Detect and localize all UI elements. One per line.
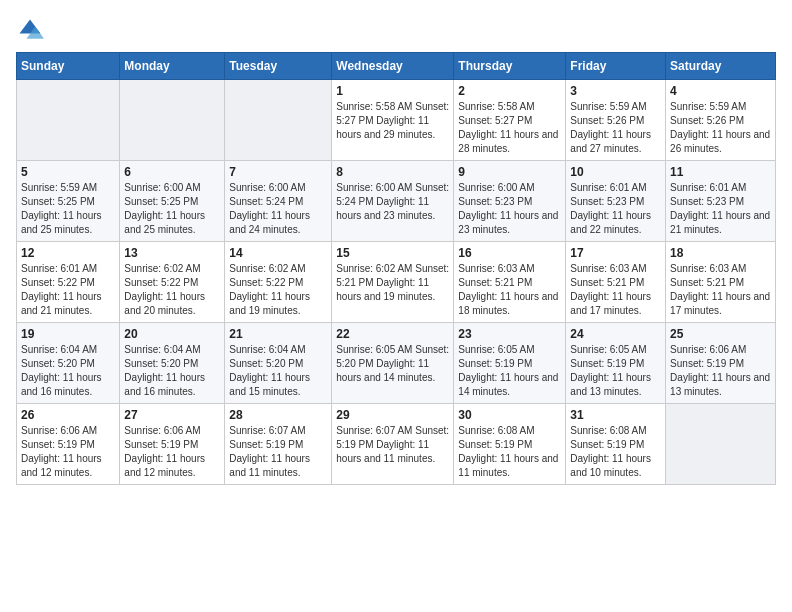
calendar-cell: 18Sunrise: 6:03 AM Sunset: 5:21 PM Dayli…: [666, 242, 776, 323]
day-number: 15: [336, 246, 449, 260]
calendar-table: SundayMondayTuesdayWednesdayThursdayFrid…: [16, 52, 776, 485]
day-info: Sunrise: 5:59 AM Sunset: 5:26 PM Dayligh…: [570, 100, 661, 156]
day-info: Sunrise: 6:08 AM Sunset: 5:19 PM Dayligh…: [458, 424, 561, 480]
weekday-header-thursday: Thursday: [454, 53, 566, 80]
day-info: Sunrise: 6:01 AM Sunset: 5:23 PM Dayligh…: [670, 181, 771, 237]
day-info: Sunrise: 6:00 AM Sunset: 5:25 PM Dayligh…: [124, 181, 220, 237]
day-number: 7: [229, 165, 327, 179]
calendar-cell: 19Sunrise: 6:04 AM Sunset: 5:20 PM Dayli…: [17, 323, 120, 404]
calendar-cell: 9Sunrise: 6:00 AM Sunset: 5:23 PM Daylig…: [454, 161, 566, 242]
weekday-header-tuesday: Tuesday: [225, 53, 332, 80]
day-number: 3: [570, 84, 661, 98]
day-info: Sunrise: 6:01 AM Sunset: 5:22 PM Dayligh…: [21, 262, 115, 318]
calendar-cell: 30Sunrise: 6:08 AM Sunset: 5:19 PM Dayli…: [454, 404, 566, 485]
day-number: 10: [570, 165, 661, 179]
day-number: 17: [570, 246, 661, 260]
day-number: 26: [21, 408, 115, 422]
day-info: Sunrise: 6:06 AM Sunset: 5:19 PM Dayligh…: [21, 424, 115, 480]
calendar-cell: 28Sunrise: 6:07 AM Sunset: 5:19 PM Dayli…: [225, 404, 332, 485]
day-info: Sunrise: 6:00 AM Sunset: 5:23 PM Dayligh…: [458, 181, 561, 237]
day-info: Sunrise: 6:06 AM Sunset: 5:19 PM Dayligh…: [670, 343, 771, 399]
day-info: Sunrise: 6:00 AM Sunset: 5:24 PM Dayligh…: [229, 181, 327, 237]
day-info: Sunrise: 6:05 AM Sunset: 5:20 PM Dayligh…: [336, 343, 449, 385]
weekday-header-friday: Friday: [566, 53, 666, 80]
calendar-cell: 5Sunrise: 5:59 AM Sunset: 5:25 PM Daylig…: [17, 161, 120, 242]
day-number: 24: [570, 327, 661, 341]
day-number: 19: [21, 327, 115, 341]
day-info: Sunrise: 5:58 AM Sunset: 5:27 PM Dayligh…: [336, 100, 449, 142]
logo-icon: [16, 16, 44, 44]
day-number: 6: [124, 165, 220, 179]
page-header: [16, 16, 776, 44]
day-number: 18: [670, 246, 771, 260]
day-number: 13: [124, 246, 220, 260]
day-number: 27: [124, 408, 220, 422]
calendar-cell: 12Sunrise: 6:01 AM Sunset: 5:22 PM Dayli…: [17, 242, 120, 323]
calendar-cell: [666, 404, 776, 485]
weekday-header-wednesday: Wednesday: [332, 53, 454, 80]
calendar-cell: 23Sunrise: 6:05 AM Sunset: 5:19 PM Dayli…: [454, 323, 566, 404]
day-number: 21: [229, 327, 327, 341]
day-number: 20: [124, 327, 220, 341]
calendar-cell: 6Sunrise: 6:00 AM Sunset: 5:25 PM Daylig…: [120, 161, 225, 242]
day-info: Sunrise: 5:59 AM Sunset: 5:25 PM Dayligh…: [21, 181, 115, 237]
day-number: 22: [336, 327, 449, 341]
day-info: Sunrise: 6:03 AM Sunset: 5:21 PM Dayligh…: [670, 262, 771, 318]
weekday-header-saturday: Saturday: [666, 53, 776, 80]
calendar-cell: 22Sunrise: 6:05 AM Sunset: 5:20 PM Dayli…: [332, 323, 454, 404]
day-number: 5: [21, 165, 115, 179]
day-info: Sunrise: 6:04 AM Sunset: 5:20 PM Dayligh…: [21, 343, 115, 399]
calendar-cell: 2Sunrise: 5:58 AM Sunset: 5:27 PM Daylig…: [454, 80, 566, 161]
day-info: Sunrise: 6:02 AM Sunset: 5:22 PM Dayligh…: [229, 262, 327, 318]
day-info: Sunrise: 6:06 AM Sunset: 5:19 PM Dayligh…: [124, 424, 220, 480]
day-info: Sunrise: 6:02 AM Sunset: 5:22 PM Dayligh…: [124, 262, 220, 318]
day-info: Sunrise: 6:01 AM Sunset: 5:23 PM Dayligh…: [570, 181, 661, 237]
day-number: 11: [670, 165, 771, 179]
day-info: Sunrise: 5:58 AM Sunset: 5:27 PM Dayligh…: [458, 100, 561, 156]
day-info: Sunrise: 6:05 AM Sunset: 5:19 PM Dayligh…: [458, 343, 561, 399]
calendar-cell: 4Sunrise: 5:59 AM Sunset: 5:26 PM Daylig…: [666, 80, 776, 161]
calendar-cell: 31Sunrise: 6:08 AM Sunset: 5:19 PM Dayli…: [566, 404, 666, 485]
calendar-cell: 16Sunrise: 6:03 AM Sunset: 5:21 PM Dayli…: [454, 242, 566, 323]
day-info: Sunrise: 6:04 AM Sunset: 5:20 PM Dayligh…: [124, 343, 220, 399]
day-number: 28: [229, 408, 327, 422]
day-info: Sunrise: 6:02 AM Sunset: 5:21 PM Dayligh…: [336, 262, 449, 304]
day-info: Sunrise: 6:05 AM Sunset: 5:19 PM Dayligh…: [570, 343, 661, 399]
logo: [16, 16, 48, 44]
day-number: 2: [458, 84, 561, 98]
calendar-week-row: 1Sunrise: 5:58 AM Sunset: 5:27 PM Daylig…: [17, 80, 776, 161]
calendar-cell: 13Sunrise: 6:02 AM Sunset: 5:22 PM Dayli…: [120, 242, 225, 323]
weekday-header-row: SundayMondayTuesdayWednesdayThursdayFrid…: [17, 53, 776, 80]
day-number: 4: [670, 84, 771, 98]
calendar-cell: 27Sunrise: 6:06 AM Sunset: 5:19 PM Dayli…: [120, 404, 225, 485]
calendar-cell: 17Sunrise: 6:03 AM Sunset: 5:21 PM Dayli…: [566, 242, 666, 323]
weekday-header-monday: Monday: [120, 53, 225, 80]
calendar-cell: 25Sunrise: 6:06 AM Sunset: 5:19 PM Dayli…: [666, 323, 776, 404]
day-info: Sunrise: 6:03 AM Sunset: 5:21 PM Dayligh…: [458, 262, 561, 318]
calendar-week-row: 26Sunrise: 6:06 AM Sunset: 5:19 PM Dayli…: [17, 404, 776, 485]
day-info: Sunrise: 6:00 AM Sunset: 5:24 PM Dayligh…: [336, 181, 449, 223]
calendar-cell: 14Sunrise: 6:02 AM Sunset: 5:22 PM Dayli…: [225, 242, 332, 323]
day-number: 25: [670, 327, 771, 341]
calendar-cell: 20Sunrise: 6:04 AM Sunset: 5:20 PM Dayli…: [120, 323, 225, 404]
day-number: 29: [336, 408, 449, 422]
calendar-cell: [120, 80, 225, 161]
day-info: Sunrise: 5:59 AM Sunset: 5:26 PM Dayligh…: [670, 100, 771, 156]
day-info: Sunrise: 6:08 AM Sunset: 5:19 PM Dayligh…: [570, 424, 661, 480]
calendar-cell: 3Sunrise: 5:59 AM Sunset: 5:26 PM Daylig…: [566, 80, 666, 161]
day-number: 30: [458, 408, 561, 422]
calendar-cell: 24Sunrise: 6:05 AM Sunset: 5:19 PM Dayli…: [566, 323, 666, 404]
calendar-cell: 21Sunrise: 6:04 AM Sunset: 5:20 PM Dayli…: [225, 323, 332, 404]
calendar-cell: [17, 80, 120, 161]
calendar-week-row: 19Sunrise: 6:04 AM Sunset: 5:20 PM Dayli…: [17, 323, 776, 404]
calendar-cell: 29Sunrise: 6:07 AM Sunset: 5:19 PM Dayli…: [332, 404, 454, 485]
calendar-cell: 8Sunrise: 6:00 AM Sunset: 5:24 PM Daylig…: [332, 161, 454, 242]
day-number: 14: [229, 246, 327, 260]
calendar-cell: 1Sunrise: 5:58 AM Sunset: 5:27 PM Daylig…: [332, 80, 454, 161]
day-info: Sunrise: 6:03 AM Sunset: 5:21 PM Dayligh…: [570, 262, 661, 318]
day-info: Sunrise: 6:07 AM Sunset: 5:19 PM Dayligh…: [336, 424, 449, 466]
calendar-week-row: 5Sunrise: 5:59 AM Sunset: 5:25 PM Daylig…: [17, 161, 776, 242]
day-number: 16: [458, 246, 561, 260]
day-number: 12: [21, 246, 115, 260]
day-number: 31: [570, 408, 661, 422]
